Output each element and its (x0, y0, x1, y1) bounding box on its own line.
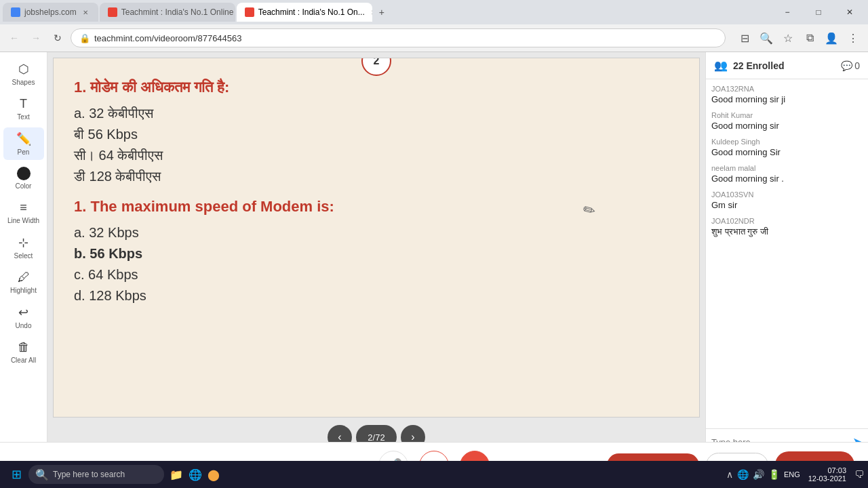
tool-pen[interactable]: ✏️ Pen (3, 127, 44, 160)
taskbar-time[interactable]: 07:03 12-03-2021 (804, 466, 850, 483)
tool-undo[interactable]: ↩ Undo (3, 301, 44, 333)
tool-line-width[interactable]: ≡ Line Width (3, 197, 44, 228)
taskbar-chevron[interactable]: ∧ (726, 469, 733, 480)
main-layout: ⬡ Shapes T Text ✏️ Pen Color ≡ Line Widt… (0, 52, 868, 455)
chat-messages: JOA132RNAGood morning sir jiRohit KumarG… (706, 79, 868, 428)
windows-taskbar: ⊞ 🔍 Type here to search 📁 🌐 ⬤ ∧ 🌐 🔊 🔋 EN… (0, 461, 868, 488)
right-panel-header: 👥 22 Enrolled 💬 0 (706, 52, 868, 79)
forward-button[interactable]: → (27, 29, 45, 47)
tool-color[interactable]: Color (3, 163, 44, 194)
undo-icon: ↩ (18, 305, 28, 320)
tab-3[interactable]: Teachmint : India's No.1 On... ✕ (237, 3, 372, 22)
taskbar-edge[interactable]: 🌐 (189, 468, 202, 481)
lang-label: ENG (784, 470, 800, 479)
chat-sender: JOA102NDR (711, 217, 863, 225)
maximize-button[interactable]: □ (803, 0, 834, 24)
taskbar-system-icons: ∧ 🌐 🔊 🔋 ENG 07:03 12-03-2021 🗨 (726, 466, 864, 483)
content-area: 2 1. मोडेम की अधिकतम गति है: a. 32 केबीप… (47, 52, 705, 455)
chat-sender: neelam malal (711, 164, 863, 172)
chat-icon: 💬 (841, 60, 852, 71)
line-width-label: Line Width (7, 217, 39, 224)
browser-toolbar-right: ⊟ 🔍 ☆ ⧉ 👤 ⋮ (735, 28, 863, 47)
minimize-button[interactable]: − (772, 0, 803, 24)
slide-inner: 1. मोडेम की अधिकतम गति है: a. 32 केबीपीए… (54, 58, 699, 417)
page-number: 2 (374, 58, 380, 67)
text-icon: T (20, 97, 27, 111)
address-bar[interactable]: 🔒 teachmint.com/videoroom/877644563 (71, 28, 726, 47)
start-button[interactable]: ⊞ (4, 462, 28, 487)
chat-message: JOA102NDRशुभ प्रभात गुरु जी (711, 217, 863, 237)
tool-clear-all[interactable]: 🗑 Clear All (3, 336, 44, 368)
tool-shapes[interactable]: ⬡ Shapes (3, 58, 44, 90)
search-button[interactable]: 🔍 (757, 28, 776, 47)
tool-select[interactable]: ⊹ Select (3, 231, 44, 264)
tab1-close[interactable]: ✕ (81, 7, 90, 17)
close-button[interactable]: ✕ (834, 0, 865, 24)
text-label: Text (17, 113, 29, 121)
network-icon[interactable]: 🌐 (737, 469, 749, 480)
undo-label: Undo (16, 322, 32, 329)
option-c-hindi: सी। 64 केबीपीएस (74, 148, 679, 163)
tab2-favicon (108, 7, 117, 17)
chat-count: 0 (854, 60, 860, 71)
tab1-favicon (11, 7, 20, 17)
lock-icon: 🔒 (79, 33, 90, 43)
tab-1[interactable]: jobshelps.com ✕ (3, 3, 98, 22)
notification-icon[interactable]: 🗨 (854, 469, 864, 480)
tab3-favicon (245, 7, 254, 17)
select-icon: ⊹ (18, 235, 28, 250)
volume-icon[interactable]: 🔊 (753, 469, 764, 480)
address-text: teachmint.com/videoroom/877644563 (94, 33, 242, 43)
cast-button[interactable]: ⊟ (735, 28, 754, 47)
pen-label: Pen (18, 148, 30, 156)
tool-highlight[interactable]: 🖊 Highlight (3, 266, 44, 298)
chat-sender: Kuldeep Singh (711, 138, 863, 146)
tab3-label: Teachmint : India's No.1 On... (258, 7, 365, 17)
enrolled-count: 22 Enrolled (733, 60, 784, 71)
option-a-english: a. 32 Kbps (74, 225, 679, 241)
chat-text: Good morning sir . (711, 174, 863, 184)
taskbar-chrome[interactable]: ⬤ (208, 468, 220, 481)
taskbar-file-explorer[interactable]: 📁 (170, 468, 183, 481)
tool-text[interactable]: T Text (3, 93, 44, 125)
bookmark-button[interactable]: ☆ (778, 28, 797, 47)
search-text: Type here to search (53, 470, 125, 479)
chat-message: Rohit KumarGood morning sir (711, 111, 863, 131)
chat-text: Good morning sir (711, 121, 863, 131)
option-a-hindi: a. 32 केबीपीएस (74, 106, 679, 121)
taskbar-search[interactable]: 🔍 Type here to search (28, 465, 164, 484)
browser-chrome: jobshelps.com ✕ Teachmint : India's No.1… (0, 0, 868, 52)
chat-message: Kuldeep SinghGood morning Sir (711, 138, 863, 157)
profile-button[interactable]: 👤 (822, 28, 841, 47)
question-hindi: 1. मोडेम की अधिकतम गति है: (74, 79, 679, 96)
extensions-button[interactable]: ⧉ (800, 28, 819, 47)
chat-sender: JOA132RNA (711, 85, 863, 93)
back-button[interactable]: ← (5, 29, 23, 47)
battery-icon[interactable]: 🔋 (768, 469, 780, 480)
option-b-hindi: बी 56 Kbps (74, 127, 679, 142)
clear-all-label: Clear All (11, 357, 36, 364)
new-tab-button[interactable]: + (374, 4, 390, 20)
more-button[interactable]: ⋮ (844, 28, 863, 47)
clock-time: 07:03 (827, 466, 846, 474)
slide-counter: 2/72 (368, 432, 384, 443)
option-d-english: d. 128 Kbps (74, 288, 679, 304)
reload-button[interactable]: ↻ (49, 29, 66, 47)
select-label: Select (14, 252, 33, 260)
address-bar-row: ← → ↻ 🔒 teachmint.com/videoroom/87764456… (0, 24, 868, 52)
option-c-english: c. 64 Kbps (74, 267, 679, 283)
shapes-icon: ⬡ (18, 62, 29, 77)
option-b-english: b. 56 Kbps (74, 246, 679, 262)
color-label: Color (16, 182, 32, 190)
search-icon: 🔍 (35, 468, 49, 481)
chat-sender: JOA103SVN (711, 190, 863, 199)
chat-text: Gm sir (711, 200, 863, 210)
line-width-icon: ≡ (20, 201, 27, 215)
tab2-label: Teachmint : India's No.1 Online ... (121, 7, 235, 17)
people-icon: 👥 (714, 59, 728, 72)
clock-date: 12-03-2021 (808, 474, 846, 483)
tab3-close[interactable]: ✕ (369, 7, 372, 17)
shapes-label: Shapes (12, 79, 35, 86)
tab-bar: jobshelps.com ✕ Teachmint : India's No.1… (0, 0, 868, 24)
tab-2[interactable]: Teachmint : India's No.1 Online ... ✕ (100, 3, 235, 22)
